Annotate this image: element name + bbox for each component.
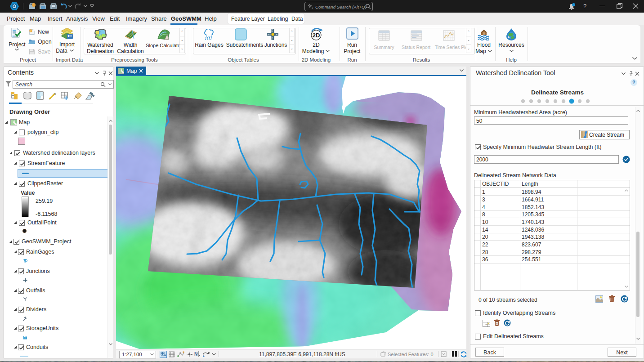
svg-text:w: w	[496, 322, 498, 325]
svg-text:2D: 2D	[313, 32, 320, 39]
svg-text:N: N	[194, 352, 197, 357]
